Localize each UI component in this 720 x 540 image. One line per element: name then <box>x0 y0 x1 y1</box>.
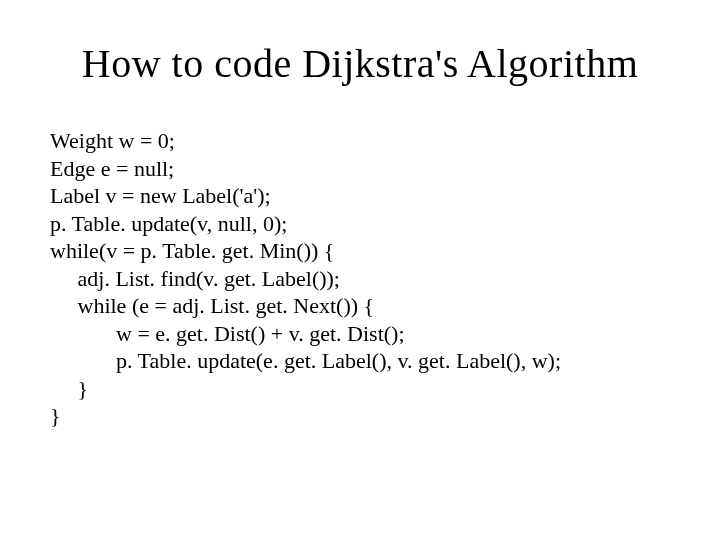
slide: How to code Dijkstra's Algorithm Weight … <box>0 0 720 540</box>
slide-title: How to code Dijkstra's Algorithm <box>50 40 670 87</box>
code-block: Weight w = 0; Edge e = null; Label v = n… <box>50 127 670 430</box>
